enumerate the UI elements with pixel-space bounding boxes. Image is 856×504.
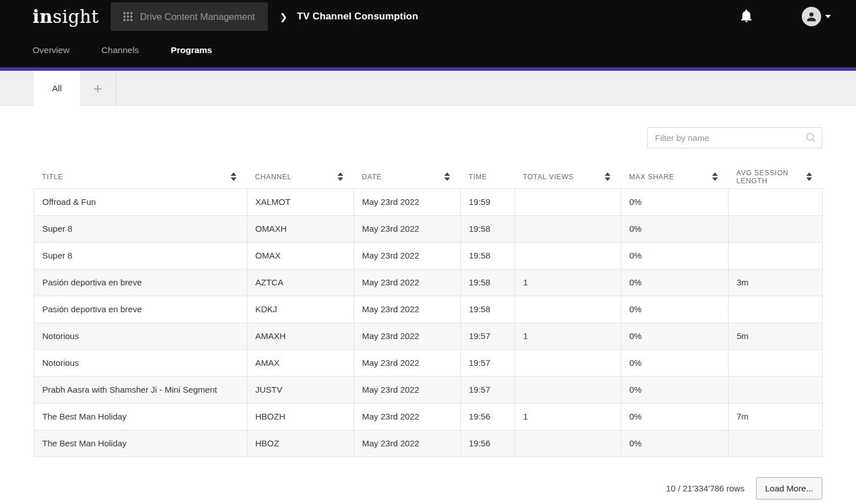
column-label: CHANNEL <box>255 173 292 181</box>
user-menu-button[interactable] <box>802 7 831 26</box>
table-cell: 0% <box>621 215 729 242</box>
table-cell: AZTCA <box>247 269 354 296</box>
sort-icon[interactable] <box>444 172 450 181</box>
table-cell: Pasión deportiva en breve <box>34 296 247 322</box>
table-cell: May 23rd 2022 <box>354 269 461 296</box>
sort-icon[interactable] <box>806 172 812 181</box>
chevron-down-icon <box>825 15 831 18</box>
table-cell: 19:57 <box>461 322 515 349</box>
table-cell <box>729 188 823 215</box>
table-cell <box>729 430 823 457</box>
table-cell <box>515 296 621 322</box>
avatar <box>802 7 821 26</box>
column-label: TITLE <box>42 173 63 181</box>
table-cell: 0% <box>621 349 729 376</box>
table-cell <box>729 376 823 403</box>
table-cell: 5m <box>729 322 823 349</box>
table-cell: 19:58 <box>461 269 515 296</box>
table-row[interactable]: NotoriousAMAXHMay 23rd 202219:5710%5m <box>34 322 823 349</box>
table-cell: Pasión deportiva en breve <box>34 269 247 296</box>
table-cell: AMAXH <box>247 322 354 349</box>
table-cell: 1 <box>515 322 621 349</box>
column-header-max-share[interactable]: MAX SHARE <box>621 166 729 188</box>
sort-icon[interactable] <box>605 172 610 181</box>
table-cell: JUSTV <box>247 376 354 403</box>
table-row[interactable]: NotoriousAMAXMay 23rd 202219:570% <box>34 349 823 376</box>
table-row[interactable]: Pasión deportiva en breveAZTCAMay 23rd 2… <box>34 269 823 296</box>
nav-item-channels[interactable]: Channels <box>102 45 139 55</box>
table-cell: 0% <box>621 242 729 269</box>
table-cell: 19:56 <box>461 430 515 457</box>
table-cell: 19:56 <box>461 403 515 430</box>
table-header-row: TITLECHANNELDATETIMETOTAL VIEWSMAX SHARE… <box>34 166 823 188</box>
column-header-date[interactable]: DATE <box>354 166 461 188</box>
table-cell: May 23rd 2022 <box>354 188 461 215</box>
table-cell: Notorious <box>34 349 247 376</box>
column-header-channel[interactable]: CHANNEL <box>247 166 354 188</box>
page-title: TV Channel Consumption <box>297 11 418 22</box>
table-cell: 0% <box>621 188 729 215</box>
table-cell <box>515 349 621 376</box>
table-cell: 0% <box>621 376 729 403</box>
nav-item-overview[interactable]: Overview <box>33 45 70 55</box>
column-label: TIME <box>469 173 487 181</box>
table-cell: AMAX <box>247 349 354 376</box>
tab-bar: All + <box>0 71 856 106</box>
table-row[interactable]: The Best Man HolidayHBOZHMay 23rd 202219… <box>34 403 823 430</box>
table-cell: Super 8 <box>34 242 247 269</box>
table-cell: 19:58 <box>461 242 515 269</box>
table-row[interactable]: Super 8OMAXMay 23rd 202219:580% <box>34 242 823 269</box>
column-header-title[interactable]: TITLE <box>34 166 247 188</box>
breadcrumb-chevron-icon: ❯ <box>280 11 287 22</box>
column-header-total-views[interactable]: TOTAL VIEWS <box>515 166 621 188</box>
column-label: AVG SESSION LENGTH <box>737 169 806 185</box>
table-cell: May 23rd 2022 <box>354 349 461 376</box>
table-row[interactable]: Pasión deportiva en breveKDKJMay 23rd 20… <box>34 296 823 322</box>
table-cell: 0% <box>621 430 729 457</box>
table-cell: 0% <box>621 269 729 296</box>
table-cell: May 23rd 2022 <box>354 296 461 322</box>
column-header-time: TIME <box>461 166 515 188</box>
filter-wrap <box>647 127 822 148</box>
main-content: TITLECHANNELDATETIMETOTAL VIEWSMAX SHARE… <box>0 127 856 504</box>
table-cell: HBOZ <box>247 430 354 457</box>
table-footer: 10 / 21'334'786 rows Load More... <box>34 477 822 504</box>
table-cell <box>515 376 621 403</box>
sort-icon[interactable] <box>712 172 718 181</box>
filter-input[interactable] <box>647 127 822 148</box>
table-cell <box>729 349 823 376</box>
notifications-button[interactable] <box>739 9 754 25</box>
table-cell: 19:57 <box>461 349 515 376</box>
nav-item-programs[interactable]: Programs <box>171 45 212 55</box>
table-cell: OMAXH <box>247 215 354 242</box>
table-cell: 3m <box>729 269 823 296</box>
table-cell: 0% <box>621 322 729 349</box>
logo-text-in: in <box>33 6 53 27</box>
table-cell <box>515 188 621 215</box>
table-row[interactable]: Prabh Aasra with Shamsher Ji - Mini Segm… <box>34 376 823 403</box>
table-cell: Super 8 <box>34 215 247 242</box>
table-cell: XALMOT <box>247 188 354 215</box>
app-switcher-button[interactable]: Drive Content Management <box>111 2 268 31</box>
table-row[interactable]: The Best Man HolidayHBOZMay 23rd 202219:… <box>34 430 823 457</box>
table-cell: 19:58 <box>461 296 515 322</box>
column-header-avg-session-length[interactable]: AVG SESSION LENGTH <box>729 166 823 188</box>
header-nav: Overview Channels Programs <box>0 33 856 67</box>
table-cell: 7m <box>729 403 823 430</box>
table-cell: The Best Man Holiday <box>34 430 247 457</box>
sort-icon[interactable] <box>337 172 343 181</box>
sort-icon[interactable] <box>231 172 236 181</box>
bell-icon <box>739 9 754 25</box>
table-cell: 0% <box>621 296 729 322</box>
load-more-button[interactable]: Load More... <box>756 477 822 499</box>
table-row[interactable]: Offroad & FunXALMOTMay 23rd 202219:590% <box>34 188 823 215</box>
add-tab-button[interactable]: + <box>80 71 116 106</box>
table-cell: May 23rd 2022 <box>354 322 461 349</box>
table-cell: OMAX <box>247 242 354 269</box>
table-cell: KDKJ <box>247 296 354 322</box>
table-cell <box>515 430 621 457</box>
table-cell <box>729 215 823 242</box>
tab-all[interactable]: All <box>34 71 80 106</box>
app-grid-icon <box>123 12 132 21</box>
table-row[interactable]: Super 8OMAXHMay 23rd 202219:580% <box>34 215 823 242</box>
